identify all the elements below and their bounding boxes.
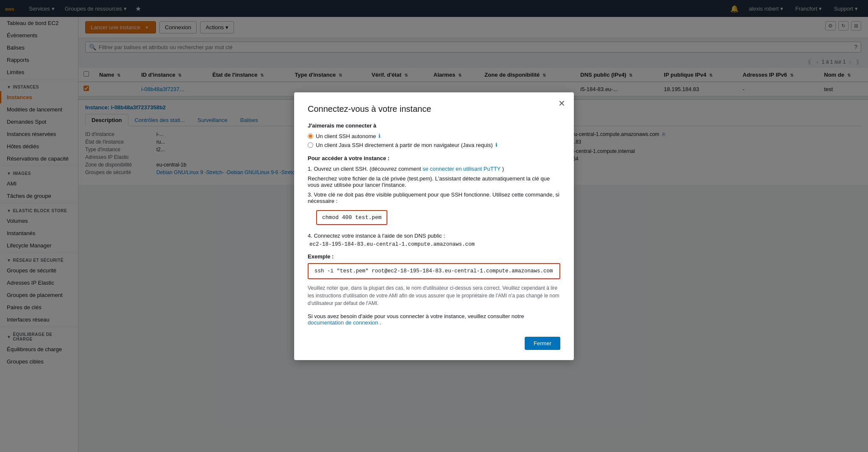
info-icon-option1[interactable]: ℹ [378,133,381,139]
radio-ssh-client[interactable] [308,133,313,139]
modal-footer: Fermer [308,333,560,350]
step-3: 3. Votre clé ne doit pas être visible pu… [308,191,560,204]
connect-modal: ✕ Connectez-vous à votre instance J'aime… [294,92,574,360]
step1-text-after: ) [502,166,504,172]
connect-to-label: J'aimerais me connecter à [308,122,560,129]
modal-help-text: Si vous avez besoin d'aide pour vous con… [308,313,560,326]
modal-title: Connectez-vous à votre instance [308,104,560,114]
modal-close-button[interactable]: ✕ [558,99,565,108]
modal-overlay[interactable]: ✕ Connectez-vous à votre instance J'aime… [0,0,868,452]
example-label: Exemple : [308,253,560,260]
connection-doc-link[interactable]: documentation de connexion [308,319,378,326]
radio-java-ssh[interactable] [308,142,313,148]
connection-type-group: Un client SSH autonome ℹ Un client Java … [308,133,560,148]
for-access-label: Pour accéder à votre instance : [308,155,560,161]
step-4: 4. Connectez votre instance à l'aide de … [308,233,560,239]
step-2: Recherchez votre fichier de la clé privé… [308,175,560,188]
putty-link[interactable]: se connecter en utilisant PuTTY [423,166,501,172]
ssh-command: ssh -i "test.pem" root@ec2-18-195-184-83… [308,263,560,279]
step1-text-before: Ouvrez un client SSH. (découvrez comment [314,166,423,172]
option-java-ssh[interactable]: Un client Java SSH directement à partir … [308,142,560,148]
modal-fermer-button[interactable]: Fermer [525,337,560,350]
option-ssh-client[interactable]: Un client SSH autonome ℹ [308,133,560,139]
dns-value: ec2-18-195-184-83.eu-central-1.compute.a… [309,241,560,247]
step-1: 1. Ouvrez un client SSH. (découvrez comm… [308,166,560,172]
info-icon-option2[interactable]: ℹ [495,142,498,148]
modal-note: Veuillez noter que, dans la plupart des … [308,284,560,307]
chmod-command: chmod 400 test.pem [316,210,387,225]
